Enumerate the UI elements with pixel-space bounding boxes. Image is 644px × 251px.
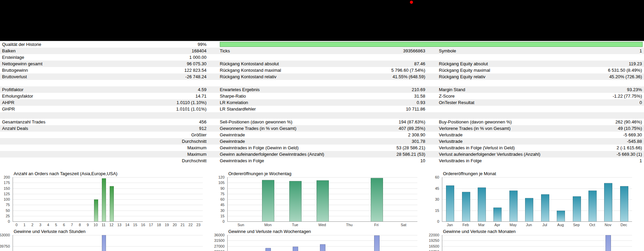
gridline [228, 177, 417, 178]
x-axis: SunMonTueWedThuFriSat [227, 223, 417, 227]
table-row: MaximumGewinn aufeinanderfolgender Gewin… [0, 151, 644, 157]
y-tick-label: 90 [220, 186, 225, 190]
stat-value: 2 308.90 [354, 132, 425, 138]
x-tick-label: Sat [390, 223, 417, 227]
stats-table: Qualität der Historie99%Balken168404Tick… [0, 41, 644, 164]
stat-value: 210.69 [354, 86, 425, 93]
y-tick-label: 75 [220, 192, 225, 196]
chart-title: Gewinne und Verluste nach Monaten [443, 229, 516, 234]
plot-area [442, 235, 632, 251]
bar-Sep [573, 196, 581, 221]
x-tick-label: 19 [163, 223, 171, 227]
y-tick-label: 45 [220, 203, 225, 207]
y-tick-label: 75 [6, 203, 10, 207]
stat-value: 1 [538, 48, 642, 54]
y-tick-label: 175 [4, 181, 10, 185]
table-row: Profitfaktor4.59Erwartetes Ergebnis210.6… [0, 86, 644, 93]
table-row: Anzahl Deals912Gewonnene Trades (in % vo… [0, 125, 644, 132]
stat-value: 1 [538, 157, 642, 164]
stat-label: LR Standardfehler [220, 106, 353, 112]
table-row: GHPR1.0101 (1.01%)LR Standardfehler10 71… [0, 106, 644, 112]
y-axis: 0153045607590105120 [215, 177, 226, 221]
stat-value: 45.20% (726.36) [538, 73, 642, 80]
stat-value: Maximum [102, 151, 206, 157]
stat-value: 456 [102, 119, 206, 125]
bar-11 [102, 235, 106, 251]
stat-label: Ticks [220, 48, 353, 54]
stat-label: Gewonnene Trades (in % von Gesamt) [220, 125, 353, 132]
bar-Mon [265, 248, 271, 251]
y-tick-label: 100 [4, 197, 10, 201]
stat-label: Gewinntrades in Folge [220, 157, 353, 164]
x-tick-label: 22 [187, 223, 195, 227]
chart-title: Ordereröffnungen je Monat [443, 171, 496, 176]
x-tick-label: Sun [227, 223, 255, 227]
gridline [13, 205, 203, 205]
x-tick-label: 7 [68, 223, 76, 227]
y-tick-label: 125 [4, 192, 10, 196]
table-row: Gesamtanzahl Trades456Sell-Positionen (d… [0, 119, 644, 125]
bar-Jun [525, 198, 533, 221]
chart-title: Gewinne und Verluste nach Wochentagen [228, 229, 311, 234]
x-tick-label: 16 [139, 223, 147, 227]
x-tick-label: Oct [584, 223, 600, 227]
table-row: Bruttoverlust-26 748.24Rückgang Kontosta… [0, 73, 644, 80]
y-tick-label: 36000 [214, 233, 225, 237]
stat-value: 1 000.00 [102, 54, 206, 61]
y-axis: 02750550082501100013750165001925022000 [429, 235, 441, 251]
stat-label: Gewinntrades in Folge (Gewinn in Geld) [220, 145, 353, 151]
gridline [13, 183, 203, 183]
y-tick-label: 45 [435, 186, 439, 190]
gridline [442, 211, 632, 211]
stat-label: Rückgang Kontostand absolut [220, 61, 353, 67]
stat-value: 0.93 [354, 99, 425, 106]
stat-value: 93.23% [538, 86, 642, 93]
bar-Mar [478, 187, 486, 221]
stat-value: 393566863 [354, 48, 425, 54]
x-tick-label: Aug [553, 223, 568, 227]
plot-area [442, 177, 632, 222]
x-tick-label: 4 [44, 223, 52, 227]
x-tick-label: Feb [458, 223, 473, 227]
y-tick-label: 22000 [429, 233, 439, 237]
y-tick-label: 50 [6, 208, 10, 213]
gridline [13, 216, 203, 216]
bar-Jul [541, 194, 549, 221]
y-tick-label: 0 [8, 219, 10, 223]
stat-value: 99% [102, 41, 206, 48]
x-tick-label: 20 [171, 223, 179, 227]
table-row: Erholungsfaktor14.71Sharpe-Ratio31.58Z-S… [0, 93, 644, 99]
plot-area [13, 235, 203, 251]
table-row: DurchschnittGewinntrade301.78Verlusttrad… [0, 138, 644, 145]
x-tick-label: Apr [489, 223, 505, 227]
y-tick-label: 105 [218, 181, 225, 185]
gridline [228, 235, 417, 235]
bar-Wed [320, 244, 325, 251]
stat-value: 0 [538, 99, 642, 106]
x-tick-label: 6 [60, 223, 68, 227]
chart-title: Gewinne und Verluste nach Stunden [14, 229, 86, 234]
stat-value: 41.55% (648.59) [354, 73, 425, 80]
bar-11 [102, 178, 106, 221]
x-axis: 01234567891011121314151617181920212223 [13, 223, 202, 227]
x-tick-label: 3 [36, 223, 44, 227]
stat-value: -5 669.30 [538, 132, 642, 138]
bar-Fri [374, 235, 380, 251]
gridline [13, 211, 203, 211]
x-tick-label: 15 [131, 223, 139, 227]
table-row: MaximumGewinntrades in Folge (Gewinn in … [0, 145, 644, 151]
x-tick-label: Fri [363, 223, 390, 227]
chart-pnl-by-hour: Gewinne und Verluste nach Stunden 013250… [0, 229, 215, 251]
y-tick-label: 19250 [429, 238, 439, 242]
stat-value: 912 [102, 125, 206, 132]
x-tick-label: Jun [521, 223, 537, 227]
plot-area [227, 177, 417, 222]
y-tick-label: 53000 [0, 233, 10, 237]
table-row: DurchschnittGewinntrades in Folge10Verlu… [0, 157, 644, 164]
y-tick-label: 60 [435, 175, 439, 179]
stat-label: Rückgang Kontostand relativ [220, 73, 353, 80]
x-tick-label: Jan [442, 223, 458, 227]
y-tick-label: 13750 [429, 250, 439, 251]
stat-label: LR Korrelation [220, 99, 353, 106]
stat-value: 122 823.54 [102, 67, 206, 73]
